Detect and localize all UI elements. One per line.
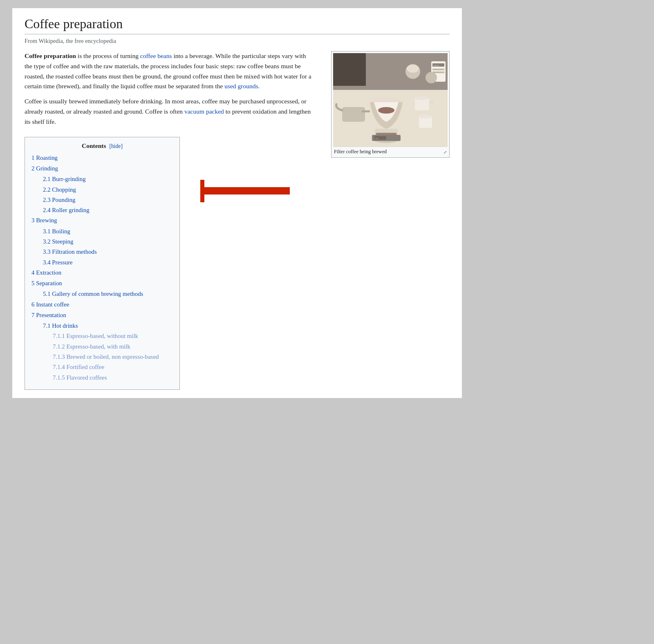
list-item: 2.4 Roller grinding (31, 205, 173, 215)
svg-point-17 (419, 114, 432, 119)
list-item: 7.1.2 Espresso-based, with milk (31, 342, 173, 352)
toc-link-fortified[interactable]: 7.1.4 Fortified coffee (53, 364, 104, 370)
svg-point-29 (426, 72, 437, 83)
svg-rect-26 (333, 53, 366, 86)
toc-link-hot-drinks[interactable]: 7.1 Hot drinks (43, 322, 78, 329)
svg-text:0.0g: 0.0g (375, 137, 379, 139)
table-of-contents: Contents [hide] 1 Roasting 2 Grinding 2.… (25, 137, 180, 390)
toc-link-instant-coffee[interactable]: 6 Instant coffee (31, 301, 69, 308)
list-item: 3.2 Steeping (31, 237, 173, 247)
svg-point-4 (378, 107, 394, 114)
caption-text: Filter coffee being brewed (334, 149, 387, 155)
list-item: 3.1 Boiling (31, 226, 173, 237)
toc-title: Contents [hide] (31, 142, 173, 150)
intro-end-1: . (258, 83, 260, 89)
infobox: 0.0g CRAF Filter coffee being brewed (331, 51, 450, 158)
coffee-beans-link[interactable]: coffee beans (140, 52, 172, 59)
list-item: 5 Separation (31, 278, 173, 288)
list-item: 7.1.4 Fortified coffee (31, 362, 173, 372)
list-item: 2.1 Burr-grinding (31, 174, 173, 184)
intro-text-1: is the process of turning (76, 52, 140, 59)
svg-rect-12 (362, 110, 370, 112)
svg-point-14 (415, 96, 429, 100)
intro-bold: Coffee preparation (25, 52, 76, 59)
toc-link-flavored[interactable]: 7.1.5 Flavored coffees (53, 374, 107, 381)
toc-link-gallery[interactable]: 5.1 Gallery of common brewing methods (43, 291, 143, 297)
toc-link-presentation[interactable]: 7 Presentation (31, 312, 66, 318)
toc-link-filtration[interactable]: 3.3 Filtration methods (43, 248, 97, 255)
toc-list: 1 Roasting 2 Grinding 2.1 Burr-grinding … (31, 153, 173, 383)
toc-link-roller-grinding[interactable]: 2.4 Roller grinding (43, 207, 90, 213)
list-item: 7.1.5 Flavored coffees (31, 373, 173, 383)
svg-rect-24 (432, 69, 444, 70)
intro-paragraph-2: Coffee is usually brewed immediately bef… (25, 96, 315, 127)
list-item: 2 Grinding (31, 163, 173, 174)
list-item: 1 Roasting (31, 153, 173, 163)
toc-link-steeping[interactable]: 3.2 Steeping (43, 238, 73, 245)
svg-rect-11 (342, 107, 365, 122)
expand-icon[interactable]: ⤢ (443, 150, 447, 154)
list-item: 2.3 Pounding (31, 195, 173, 205)
toc-link-chopping[interactable]: 2.2 Chopping (43, 186, 76, 193)
toc-link-espresso-milk[interactable]: 7.1.2 Espresso-based, with milk (53, 343, 130, 350)
toc-link-espresso-no-milk[interactable]: 7.1.1 Espresso-based, without milk (53, 333, 138, 339)
toc-link-grinding[interactable]: 2 Grinding (31, 165, 58, 172)
subtitle: From Wikipedia, the free encyclopedia (25, 38, 450, 45)
list-item: 7 Presentation (31, 310, 173, 320)
list-item: 2.2 Chopping (31, 185, 173, 195)
svg-text:CRAF: CRAF (434, 65, 439, 67)
toc-link-roasting[interactable]: 1 Roasting (31, 154, 58, 161)
toc-link-boiling[interactable]: 3.1 Boiling (43, 228, 70, 235)
used-grounds-link[interactable]: used grounds (224, 83, 258, 89)
toc-link-brewed-boiled[interactable]: 7.1.3 Brewed or boiled, non espresso-bas… (53, 353, 159, 360)
toc-hide-button[interactable]: [hide] (109, 143, 123, 149)
list-item: 4 Extraction (31, 268, 173, 278)
toc-link-pounding[interactable]: 2.3 Pounding (43, 197, 75, 203)
list-item: 7.1 Hot drinks (31, 321, 173, 331)
list-item: 3.3 Filtration methods (31, 247, 173, 257)
list-item: 7.1.3 Brewed or boiled, non espresso-bas… (31, 352, 173, 362)
page-title: Coffee preparation (25, 16, 450, 34)
toc-link-separation[interactable]: 5 Separation (31, 280, 62, 286)
list-item: 7.1.1 Espresso-based, without milk (31, 331, 173, 341)
infobox-caption: Filter coffee being brewed ⤢ (333, 147, 448, 156)
list-item: 3 Brewing (31, 215, 173, 226)
toc-link-extraction[interactable]: 4 Extraction (31, 269, 61, 276)
list-item: 6 Instant coffee (31, 300, 173, 310)
infobox-image: 0.0g CRAF (333, 53, 448, 147)
list-item: 5.1 Gallery of common brewing methods (31, 289, 173, 299)
vacuum-packed-link[interactable]: vacuum packed (184, 108, 224, 115)
toc-title-text: Contents (82, 142, 106, 149)
toc-link-brewing[interactable]: 3 Brewing (31, 217, 57, 224)
svg-rect-15 (429, 101, 433, 103)
toc-link-burr-grinding[interactable]: 2.1 Burr-grinding (43, 176, 86, 182)
intro-paragraph-1: Coffee preparation is the process of tur… (25, 51, 315, 92)
list-item: 3.4 Pressure (31, 257, 173, 268)
svg-point-28 (407, 65, 419, 73)
toc-link-pressure[interactable]: 3.4 Pressure (43, 259, 73, 266)
